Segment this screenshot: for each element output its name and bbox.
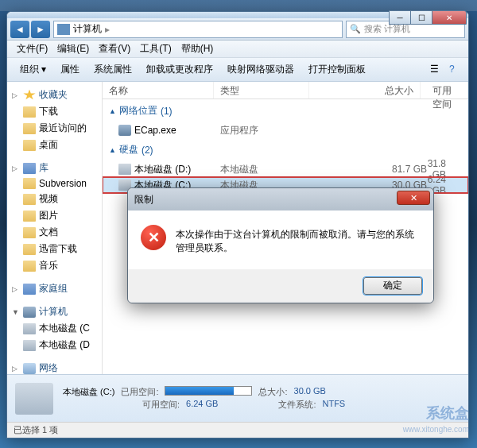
- homegroup-icon: [23, 284, 36, 295]
- status-bar: 已选择 1 项: [7, 422, 468, 438]
- menu-file[interactable]: 文件(F): [12, 41, 52, 57]
- drive-large-icon: [15, 383, 53, 415]
- maximize-button[interactable]: ☐: [410, 10, 432, 25]
- status-text: 已选择 1 项: [14, 425, 58, 434]
- details-name: 本地磁盘 (C:): [63, 386, 114, 398]
- address-bar[interactable]: 计算机 ▸: [53, 21, 343, 38]
- breadcrumb-separator-icon: ▸: [105, 24, 110, 35]
- sidebar-item-subversion[interactable]: Subversion: [7, 176, 102, 191]
- taskbar-edge: [0, 0, 477, 11]
- menu-view[interactable]: 查看(V): [94, 41, 135, 57]
- back-button[interactable]: ◄: [10, 21, 29, 38]
- dialog-titlebar[interactable]: 限制 ✕: [128, 188, 433, 210]
- sidebar-item-recent[interactable]: 最近访问的: [7, 120, 102, 137]
- folder-icon: [23, 140, 36, 151]
- dialog-close-button[interactable]: ✕: [397, 191, 430, 205]
- sidebar-network[interactable]: ▷网络: [7, 360, 102, 374]
- sidebar-item-thunder[interactable]: 迅雷下载: [7, 241, 102, 257]
- address-location: 计算机: [73, 22, 102, 36]
- sidebar-item-desktop[interactable]: 桌面: [7, 137, 102, 153]
- forward-button[interactable]: ►: [31, 21, 50, 38]
- sidebar-item-downloads[interactable]: 下载: [7, 103, 102, 120]
- folder-icon: [23, 123, 36, 134]
- sidebar-item-videos[interactable]: 视频: [7, 191, 102, 207]
- toolbar: 组织 ▾ 属性 系统属性 卸载或更改程序 映射网络驱动器 打开控制面板 ☰ ?: [7, 58, 468, 82]
- toolbar-system-properties[interactable]: 系统属性: [87, 60, 138, 79]
- folder-icon: [23, 227, 36, 238]
- folder-icon: [23, 261, 36, 272]
- navigation-pane: ▷收藏夹 下载 最近访问的 桌面 ▷库 Subversion 视频 图片 文档 …: [7, 82, 103, 374]
- group-network-location[interactable]: ▲网络位置 (1): [103, 99, 468, 122]
- sidebar-favorites[interactable]: ▷收藏夹: [7, 87, 102, 103]
- column-free[interactable]: 可用空间: [421, 82, 468, 98]
- drive-icon: [23, 323, 36, 334]
- dialog-title: 限制: [134, 193, 153, 207]
- column-name[interactable]: 名称: [103, 82, 214, 98]
- column-total[interactable]: 总大小: [309, 82, 421, 98]
- list-item[interactable]: ECap.exe 应用程序: [103, 122, 468, 138]
- column-type[interactable]: 类型: [214, 82, 309, 98]
- toolbar-control-panel[interactable]: 打开控制面板: [302, 60, 372, 79]
- view-mode-icon[interactable]: ☰: [430, 64, 443, 76]
- details-pane: 本地磁盘 (C:) 已用空间: 总大小: 30.0 GB 可用空间: 6.24 …: [7, 374, 468, 422]
- sidebar-libraries[interactable]: ▷库: [7, 160, 102, 176]
- sidebar-item-documents[interactable]: 文档: [7, 224, 102, 241]
- folder-icon: [23, 106, 36, 118]
- menu-bar: 文件(F) 编辑(E) 查看(V) 工具(T) 帮助(H): [7, 41, 468, 58]
- star-icon: [23, 90, 36, 101]
- toolbar-properties[interactable]: 属性: [54, 60, 86, 79]
- capacity-bar: [165, 386, 252, 396]
- minimize-button[interactable]: ─: [389, 10, 411, 25]
- dialog-message: 本次操作由于这台计算机的限制而被取消。请与您的系统管理员联系。: [176, 225, 421, 255]
- toolbar-organize[interactable]: 组织 ▾: [14, 60, 52, 79]
- toolbar-map-drive[interactable]: 映射网络驱动器: [221, 60, 301, 79]
- drive-icon: [23, 340, 36, 351]
- sidebar-homegroup[interactable]: ▷家庭组: [7, 280, 102, 297]
- sidebar-item-pictures[interactable]: 图片: [7, 207, 102, 224]
- sidebar-item-music[interactable]: 音乐: [7, 257, 102, 274]
- menu-help[interactable]: 帮助(H): [176, 41, 219, 57]
- sidebar-computer[interactable]: ▼计算机: [7, 303, 102, 320]
- ok-button[interactable]: 确定: [363, 277, 422, 295]
- search-placeholder: 搜索 计算机: [364, 23, 410, 35]
- menu-tools[interactable]: 工具(T): [135, 41, 176, 57]
- column-headers: 名称 类型 总大小 可用空间: [103, 82, 468, 99]
- folder-icon: [23, 178, 36, 189]
- computer-icon: [57, 24, 70, 35]
- list-item-drive-d[interactable]: 本地磁盘 (D:) 本地磁盘 81.7 GB 31.8 GB: [103, 161, 468, 177]
- window-titlebar[interactable]: ─ ☐ ✕: [7, 12, 468, 18]
- folder-icon: [23, 194, 36, 205]
- group-hard-disks[interactable]: ▲硬盘 (2): [103, 138, 468, 161]
- sidebar-item-drive-c[interactable]: 本地磁盘 (C: [7, 320, 102, 337]
- error-icon: ✕: [141, 225, 166, 250]
- computer-icon: [23, 307, 36, 318]
- library-icon: [23, 163, 36, 174]
- folder-icon: [23, 244, 36, 255]
- menu-edit[interactable]: 编辑(E): [52, 41, 94, 57]
- app-icon: [118, 125, 131, 136]
- drive-icon: [118, 164, 131, 175]
- restriction-dialog: 限制 ✕ ✕ 本次操作由于这台计算机的限制而被取消。请与您的系统管理员联系。 确…: [127, 187, 434, 303]
- folder-icon: [23, 210, 36, 222]
- help-icon[interactable]: ?: [449, 64, 462, 76]
- toolbar-uninstall[interactable]: 卸载或更改程序: [140, 60, 219, 79]
- sidebar-item-drive-d[interactable]: 本地磁盘 (D: [7, 337, 102, 353]
- close-button[interactable]: ✕: [432, 10, 467, 25]
- network-icon: [23, 363, 36, 374]
- search-icon: 🔍: [350, 24, 361, 34]
